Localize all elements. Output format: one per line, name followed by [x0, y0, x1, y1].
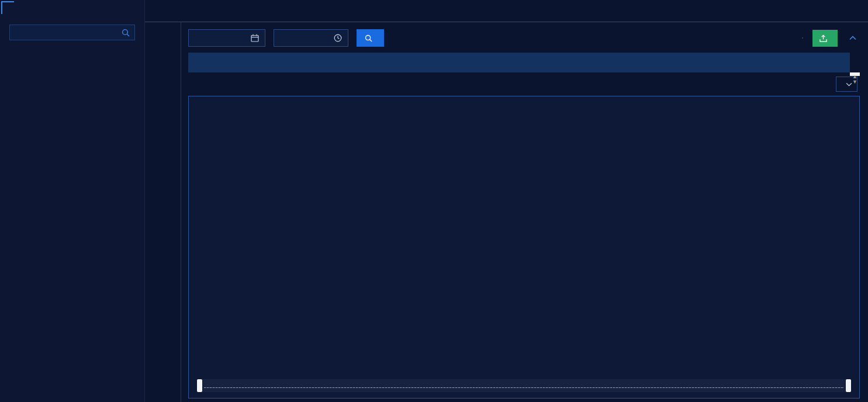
table-scrollbar[interactable]: ▲ ▼: [850, 72, 860, 76]
calendar-icon: [251, 34, 259, 42]
query-toolbar: [188, 29, 860, 47]
datazoom-preview-line: [204, 387, 844, 388]
datazoom-slider[interactable]: [197, 379, 851, 392]
datazoom-right-handle[interactable]: [846, 379, 851, 392]
emission-chart-panel: [188, 96, 860, 398]
export-button[interactable]: [812, 30, 838, 47]
granularity-group: [802, 37, 803, 39]
export-icon: [819, 34, 827, 42]
chevron-down-icon: [846, 82, 852, 86]
main-area: ▲ ▼: [145, 0, 868, 402]
enterprise-search-input[interactable]: [10, 29, 122, 37]
enterprise-search-box: [9, 25, 135, 40]
chevron-up-icon: [849, 36, 856, 40]
scroll-down-icon[interactable]: ▼: [852, 79, 857, 85]
clock-icon: [334, 34, 342, 42]
top-tab-bar: [145, 0, 868, 22]
datazoom-left-handle[interactable]: [197, 379, 202, 392]
collapse-toggle[interactable]: [847, 36, 856, 40]
search-button[interactable]: [357, 29, 384, 47]
line-chart[interactable]: [196, 102, 852, 378]
corner-decoration: [1, 1, 14, 14]
data-table: ▲ ▼: [188, 53, 860, 72]
vertical-tab-strip: [145, 22, 181, 402]
search-icon[interactable]: [122, 29, 130, 37]
content-area: ▲ ▼: [181, 22, 868, 402]
search-icon: [365, 34, 372, 42]
enterprise-sidebar: [0, 0, 145, 402]
time-picker[interactable]: [274, 29, 348, 47]
date-picker[interactable]: [188, 29, 265, 47]
pagination: [188, 72, 860, 96]
table-header: [188, 53, 850, 72]
